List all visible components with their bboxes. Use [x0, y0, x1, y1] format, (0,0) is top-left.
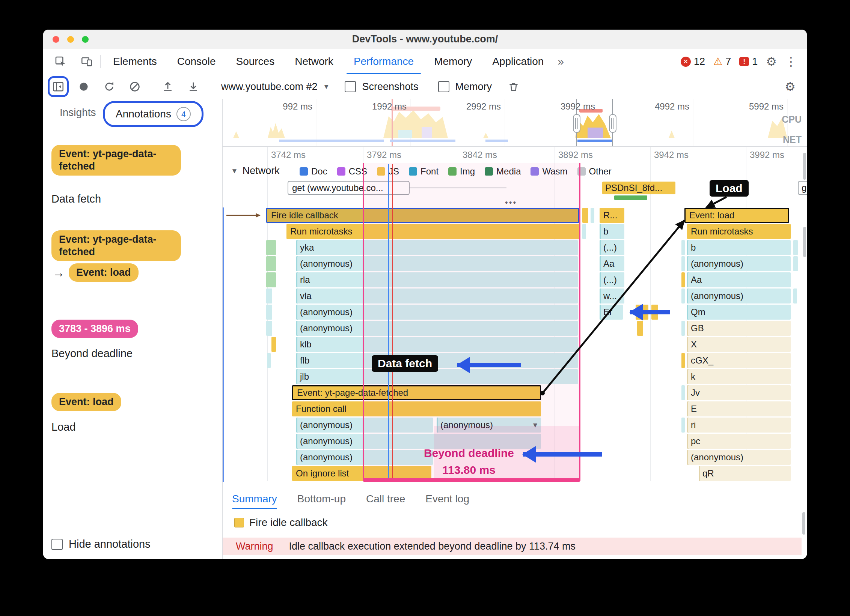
net-lane-label: NET: [783, 134, 802, 145]
flame-bar[interactable]: Qm: [687, 305, 791, 320]
zoom-window-right-handle[interactable]: [612, 99, 613, 146]
profile-history-select[interactable]: www.youtube.com #2 ▼: [221, 81, 330, 93]
flame-bar[interactable]: w...: [600, 288, 624, 303]
legend-swatch: [300, 167, 308, 176]
flame-bar[interactable]: Event: load: [684, 208, 789, 223]
panel-tabs: ElementsConsoleSourcesNetworkPerformance…: [103, 49, 554, 74]
close-window-button[interactable]: [53, 36, 59, 43]
network-request-clipped[interactable]: g: [798, 181, 807, 195]
flame-bar[interactable]: ri: [687, 418, 791, 433]
flame-fragment: [681, 353, 685, 368]
tab-console[interactable]: Console: [167, 49, 226, 74]
flame-bar[interactable]: E: [687, 401, 791, 416]
network-track-header[interactable]: ▼ Network: [231, 165, 280, 177]
flame-fragment: [681, 321, 685, 336]
range-bottom-bar[interactable]: [363, 478, 580, 482]
settings-gear-icon[interactable]: ⚙: [766, 56, 777, 68]
tab-network[interactable]: Network: [285, 49, 344, 74]
minimize-window-button[interactable]: [67, 36, 74, 43]
beyond-deadline-annotation-label[interactable]: Beyond deadline: [418, 447, 520, 460]
range-end-line[interactable]: [579, 163, 580, 480]
flame-fragment: [793, 288, 797, 303]
console-warnings-badge[interactable]: ⚠ 7: [713, 56, 731, 68]
flame-bar[interactable]: pc: [687, 434, 791, 449]
scrollbar-thumb[interactable]: [802, 512, 805, 535]
tab-bottom-up[interactable]: Bottom-up: [297, 488, 346, 509]
flame-bar[interactable]: Jv: [687, 385, 791, 400]
upload-profile-icon[interactable]: [160, 78, 176, 95]
clear-icon[interactable]: [127, 78, 143, 95]
flame-fragment: [681, 256, 685, 271]
flame-bar[interactable]: Er: [600, 305, 623, 320]
console-errors-badge[interactable]: ✕ 12: [681, 56, 705, 68]
annotation-pill[interactable]: Event: yt-page-data-fetched: [51, 230, 181, 261]
inspect-element-icon[interactable]: [52, 53, 69, 70]
hide-annotations-checkbox[interactable]: [51, 539, 63, 550]
hide-annotations-toggle[interactable]: Hide annotations: [51, 538, 151, 550]
devtools-window: DevTools - www.youtube.com/: [43, 30, 807, 559]
tab-memory[interactable]: Memory: [424, 49, 482, 74]
screenshots-label: Screenshots: [362, 81, 418, 93]
flame-bar[interactable]: b: [600, 224, 624, 239]
tab-performance[interactable]: Performance: [344, 49, 424, 74]
tab-application[interactable]: Application: [482, 49, 554, 74]
timeline-overview[interactable]: 992 ms1992 ms2992 ms3992 ms4992 ms5992 m…: [223, 99, 807, 147]
ruler-tick-label: 3892 ms: [558, 150, 593, 160]
data-fetch-annotation-label[interactable]: Data fetch: [372, 355, 438, 372]
flame-fragment: [266, 321, 272, 336]
load-label-arrow: [706, 197, 726, 208]
download-profile-icon[interactable]: [185, 78, 202, 95]
network-request[interactable]: PSDnSI_8fd...: [602, 182, 675, 194]
zoom-window-button[interactable]: [82, 36, 89, 43]
scrollbar-thumb[interactable]: [803, 153, 806, 180]
flame-bar[interactable]: (anonymous): [687, 288, 791, 303]
tab-call-tree[interactable]: Call tree: [366, 488, 405, 509]
annotation-pill[interactable]: Event: load: [51, 393, 121, 411]
annotation-pill[interactable]: Event: yt-page-data-fetched: [51, 145, 181, 176]
toggle-sidebar-icon[interactable]: [50, 78, 66, 95]
flame-bar[interactable]: R...: [600, 208, 624, 223]
tab-event-log[interactable]: Event log: [425, 488, 469, 509]
range-start-line[interactable]: [363, 163, 364, 480]
tab-annotations[interactable]: Annotations 4: [103, 101, 203, 127]
ruler-tick-label: 3742 ms: [271, 150, 306, 160]
annotation-pill-range[interactable]: 3783 - 3896 ms: [51, 320, 138, 338]
annotation-pill[interactable]: Event: load: [69, 263, 139, 282]
load-annotation-label[interactable]: Load: [710, 180, 749, 197]
memory-checkbox[interactable]: [438, 81, 449, 92]
screenshots-toggle[interactable]: Screenshots: [345, 81, 418, 93]
annotation-label: Beyond deadline: [51, 347, 133, 360]
flame-bar[interactable]: qR: [699, 466, 791, 481]
flame-bar[interactable]: k: [687, 369, 791, 384]
tab-summary[interactable]: Summary: [232, 488, 277, 509]
flame-fragment: [582, 208, 588, 223]
tab-sources[interactable]: Sources: [226, 49, 285, 74]
capture-settings-gear-icon[interactable]: ⚙: [785, 81, 796, 93]
flame-bar[interactable]: (anonymous): [687, 256, 791, 271]
flame-bar[interactable]: (anonymous): [687, 450, 791, 465]
kebab-menu-icon[interactable]: ⋮: [785, 56, 797, 68]
flame-bar[interactable]: Aa: [600, 256, 624, 271]
flame-bar[interactable]: cGX_: [687, 353, 791, 368]
tab-elements[interactable]: Elements: [103, 49, 167, 74]
reload-and-record-icon[interactable]: [101, 78, 118, 95]
record-icon[interactable]: [75, 78, 92, 95]
scrollbar-thumb[interactable]: [803, 227, 806, 257]
memory-toggle[interactable]: Memory: [438, 81, 492, 93]
issues-badge[interactable]: ! 1: [739, 56, 758, 68]
flame-bar[interactable]: GB: [687, 321, 791, 336]
track-selection-indicator: [223, 207, 224, 482]
flame-bar[interactable]: Run microtasks: [687, 224, 791, 239]
tab-insights[interactable]: Insights: [60, 107, 96, 119]
flame-bar[interactable]: b: [687, 240, 791, 255]
screenshots-checkbox[interactable]: [345, 81, 356, 92]
more-tabs-button[interactable]: »: [554, 55, 568, 68]
flame-bar[interactable]: X: [687, 337, 791, 352]
flame-bar[interactable]: Aa: [687, 272, 791, 287]
device-toolbar-icon[interactable]: [78, 53, 95, 70]
flame-chart-detail[interactable]: 3742 ms3792 ms3842 ms3892 ms3942 ms3992 …: [223, 147, 807, 484]
collect-garbage-icon[interactable]: [505, 78, 522, 95]
flame-bar[interactable]: (...): [600, 272, 624, 287]
flame-bar[interactable]: (...): [600, 240, 624, 255]
ruler-tick-label: 3842 ms: [463, 150, 497, 160]
